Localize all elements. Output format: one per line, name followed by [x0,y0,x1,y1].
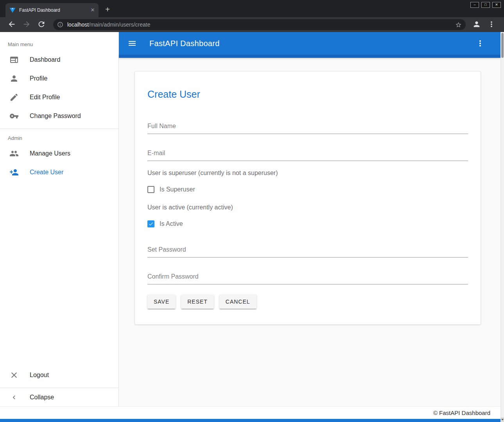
appbar-title: FastAPI Dashboard [149,39,475,48]
create-user-card: Create User User is superuser (currently… [135,71,481,325]
window-close-button[interactable]: ✕ [492,2,501,8]
person-add-icon [9,168,19,177]
url-host: localhost [67,21,89,28]
window-minimize-button[interactable]: – [470,2,479,8]
superuser-checkbox-row[interactable]: Is Superuser [147,186,468,193]
set-password-input[interactable] [147,245,468,257]
sidebar-item-edit-profile[interactable]: Edit Profile [0,88,118,107]
sidebar-item-label: Dashboard [30,56,60,63]
cancel-button[interactable]: CANCEL [219,295,256,309]
footer-accent-bar [0,419,500,422]
reset-button[interactable]: RESET [181,295,214,309]
full-name-input[interactable] [147,121,468,134]
window-controls: – □ ✕ [470,2,501,8]
page-title: Create User [147,89,468,100]
browser-menu-kebab-icon[interactable] [487,20,497,29]
site-info-icon[interactable] [57,21,63,28]
scrollbar-thumb[interactable] [501,33,504,58]
superuser-checkbox[interactable] [147,186,154,193]
browser-tabstrip: FastAPI Dashboard ✕ + – □ ✕ [0,0,504,17]
sidebar-item-logout[interactable]: Logout [0,366,118,384]
sidebar-collapse-button[interactable]: Collapse [0,388,118,406]
down-triangle-icon [501,419,504,420]
content: Create User User is superuser (currently… [119,58,500,325]
dashboard-icon [9,55,19,64]
sidebar-item-label: Create User [30,169,63,176]
copyright-text: © FastAPI Dashboard [433,409,490,416]
check-icon [148,221,154,227]
main-area: FastAPI Dashboard Create User User is su… [119,32,500,406]
reload-icon[interactable] [37,20,47,29]
app-bar: FastAPI Dashboard [119,32,500,55]
sidebar-item-change-password[interactable]: Change Password [0,107,118,125]
active-checkbox[interactable] [147,220,154,227]
forward-icon[interactable] [22,20,32,29]
active-checkbox-label: Is Active [160,220,183,227]
active-hint: User is active (currently active) [147,204,468,211]
chevron-left-icon [9,393,19,401]
person-icon [9,74,19,83]
bookmark-star-icon[interactable] [455,21,462,28]
url-path: /main/admin/users/create [89,21,150,28]
browser-tab[interactable]: FastAPI Dashboard ✕ [5,3,99,17]
sidebar-divider [0,129,118,129]
sidebar: Main menu Dashboard Profile Edit Profile… [0,32,119,406]
sidebar-spacer [0,182,118,366]
form-buttons: SAVE RESET CANCEL [147,295,468,309]
vuetify-favicon-icon [9,7,16,13]
appbar-kebab-icon[interactable] [475,39,485,48]
sidebar-admin-label: Admin [0,132,118,144]
save-button[interactable]: SAVE [147,295,176,309]
confirm-password-input[interactable] [147,272,468,284]
close-icon [9,370,19,380]
people-icon [9,149,19,158]
tab-close-icon[interactable]: ✕ [89,7,96,14]
sidebar-item-create-user[interactable]: Create User [0,163,118,182]
pencil-icon [9,93,19,102]
url-text[interactable]: localhost/main/admin/users/create [67,21,455,28]
sidebar-item-label: Collapse [30,394,54,401]
page: Main menu Dashboard Profile Edit Profile… [0,32,504,422]
new-tab-button[interactable]: + [102,4,113,14]
active-checkbox-row[interactable]: Is Active [147,220,468,227]
superuser-hint: User is superuser (currently is not a su… [147,170,468,177]
key-icon [9,111,19,121]
page-scrollbar[interactable] [500,32,504,422]
hamburger-menu-icon[interactable] [127,39,137,48]
sidebar-item-label: Change Password [30,113,81,120]
appbar-extension-strip [119,55,500,58]
tab-title: FastAPI Dashboard [19,7,89,13]
sidebar-item-dashboard[interactable]: Dashboard [0,50,118,69]
scrollbar-down-arrow[interactable] [501,417,504,422]
sidebar-item-label: Edit Profile [30,94,60,101]
sidebar-item-profile[interactable]: Profile [0,69,118,88]
sidebar-item-label: Logout [30,372,49,379]
sidebar-main-menu-label: Main menu [0,32,118,50]
browser-profile-icon[interactable] [472,20,482,29]
sidebar-item-manage-users[interactable]: Manage Users [0,144,118,163]
address-bar[interactable]: localhost/main/admin/users/create [53,19,466,30]
sidebar-item-label: Profile [30,75,47,82]
back-icon[interactable] [7,20,17,29]
footer: © FastAPI Dashboard [0,406,500,419]
window-maximize-button[interactable]: □ [481,2,490,8]
sidebar-item-label: Manage Users [30,150,70,157]
email-input[interactable] [147,148,468,161]
superuser-checkbox-label: Is Superuser [160,186,195,193]
browser-toolbar: localhost/main/admin/users/create [0,17,504,32]
